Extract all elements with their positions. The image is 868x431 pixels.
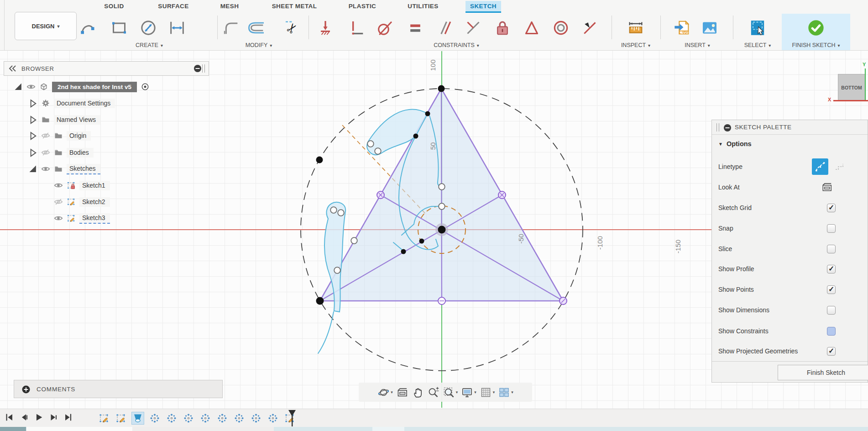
browser-row-root[interactable]: 2nd hex shade for Inst v5 [14, 79, 150, 94]
go-to-start-button[interactable] [5, 412, 15, 424]
disclosure-closed-icon[interactable] [28, 148, 37, 157]
finish-sketch-button[interactable] [804, 16, 828, 40]
browser-row-sketch3[interactable]: Sketch3 [54, 211, 110, 226]
timeline-position-marker[interactable] [288, 410, 297, 429]
show-profile-checkbox[interactable] [827, 265, 836, 273]
panel-drag-handle[interactable] [202, 64, 205, 73]
circle-tool-button[interactable] [136, 16, 160, 40]
workspace-selector-design[interactable]: DESIGN ▾ [15, 12, 77, 40]
perpendicular-constraint-button[interactable] [461, 16, 485, 40]
tab-solid[interactable]: SOLID [99, 1, 128, 12]
viewports-button[interactable]: ▾ [498, 386, 513, 399]
timeline-item-circular-pattern[interactable] [267, 412, 279, 424]
browser-row-bodies[interactable]: Bodies [28, 145, 94, 160]
tab-sketch[interactable]: SKETCH [465, 1, 501, 13]
horizontal-vertical-constraint-button[interactable] [345, 16, 369, 40]
tab-mesh[interactable]: MESH [216, 1, 244, 12]
show-constraints-checkbox[interactable] [827, 327, 836, 336]
measure-tool-button[interactable] [624, 16, 648, 40]
dimension-tool-button[interactable] [165, 16, 189, 40]
zoom-window-button[interactable]: ▾ [443, 386, 458, 399]
snap-checkbox[interactable] [827, 224, 836, 233]
browser-row-sketches[interactable]: Sketches [28, 162, 100, 176]
parallel-constraint-button[interactable] [434, 16, 457, 40]
browser-row-document-settings[interactable]: Document Settings [28, 96, 115, 110]
timeline-item-circular-pattern[interactable] [250, 412, 262, 424]
rectangle-tool-button[interactable] [107, 16, 131, 40]
tab-sheet-metal[interactable]: SHEET METAL [267, 1, 322, 12]
browser-row-origin[interactable]: Origin [28, 128, 91, 143]
collapse-panel-icon[interactable] [8, 64, 17, 73]
midpoint-constraint-button[interactable] [578, 16, 601, 40]
timeline-item-circular-pattern[interactable] [216, 412, 228, 424]
eye-icon[interactable] [41, 164, 50, 173]
eye-off-icon[interactable] [54, 197, 63, 206]
timeline-item-feature[interactable] [132, 412, 144, 424]
timeline-item-sketch[interactable] [98, 412, 110, 424]
center-point-selected[interactable] [435, 223, 448, 236]
insert-svg-button[interactable]: SVG [670, 16, 694, 40]
concentric-constraint-button[interactable] [549, 16, 573, 40]
show-dimensions-checkbox[interactable] [827, 306, 836, 315]
slice-checkbox[interactable] [827, 245, 836, 253]
remove-panel-icon[interactable] [723, 123, 731, 131]
add-comment-icon[interactable] [21, 385, 30, 394]
tab-utilities[interactable]: UTILITIES [403, 1, 443, 12]
activate-component-icon[interactable] [141, 82, 150, 91]
finish-sketch-dialog-button[interactable]: Finish Sketch [778, 365, 868, 380]
go-to-end-button[interactable] [63, 412, 73, 424]
eye-icon[interactable] [54, 214, 63, 223]
timeline-item-circular-pattern[interactable] [149, 412, 161, 424]
equal-constraint-button[interactable] [403, 16, 427, 40]
browser-row-sketch2[interactable]: Sketch2 [54, 194, 110, 209]
look-at-button[interactable] [396, 386, 408, 399]
eye-off-icon[interactable] [41, 148, 50, 157]
zoom-button[interactable] [427, 386, 439, 399]
disclosure-open-icon[interactable] [14, 82, 23, 91]
timeline-item-circular-pattern[interactable] [183, 412, 194, 424]
viewcube-face-bottom[interactable]: BOTTOM [838, 74, 865, 101]
step-back-button[interactable] [19, 412, 29, 424]
linetype-construction-button[interactable] [832, 159, 847, 174]
step-forward-button[interactable] [48, 412, 58, 424]
timeline-item-circular-pattern[interactable] [233, 412, 245, 424]
browser-row-named-views[interactable]: Named Views [28, 112, 100, 127]
disclosure-closed-icon[interactable] [28, 131, 37, 140]
tangent-constraint-button[interactable] [373, 16, 397, 40]
line-tool-button[interactable] [77, 16, 100, 40]
fillet-tool-button[interactable] [220, 16, 243, 40]
display-settings-button[interactable]: ▾ [461, 386, 476, 399]
tab-plastic[interactable]: PLASTIC [344, 1, 381, 12]
trim-tool-button[interactable]: ✂ [281, 16, 304, 40]
options-section-header[interactable]: ▼ Options [718, 140, 752, 147]
comments-bar[interactable]: COMMENTS [14, 380, 223, 398]
viewcube[interactable]: BOTTOM Y X [829, 59, 868, 105]
sketch-grid-checkbox[interactable] [827, 204, 836, 212]
show-projected-geometries-checkbox[interactable] [827, 347, 836, 356]
insert-image-button[interactable] [698, 16, 722, 40]
symmetry-constraint-button[interactable] [520, 16, 544, 40]
browser-header[interactable]: BROWSER [4, 61, 209, 76]
eye-off-icon[interactable] [41, 131, 50, 140]
select-tool-button[interactable] [746, 16, 769, 40]
sketch-palette-header[interactable]: SKETCH PALETTE [712, 120, 868, 135]
panel-drag-handle[interactable] [716, 123, 719, 131]
fix-unfix-constraint-button[interactable] [491, 16, 514, 40]
eye-icon[interactable] [26, 82, 36, 91]
timeline-item-sketch[interactable] [115, 412, 127, 424]
disclosure-closed-icon[interactable] [28, 99, 37, 108]
browser-row-sketch1[interactable]: Sketch1 [54, 178, 110, 193]
offset-tool-button[interactable] [245, 16, 269, 40]
play-button[interactable] [34, 412, 44, 424]
tab-surface[interactable]: SURFACE [153, 1, 193, 12]
orbit-button[interactable]: ▾ [377, 386, 393, 399]
coincident-constraint-button[interactable] [314, 16, 337, 40]
remove-panel-icon[interactable] [193, 64, 202, 73]
eye-icon[interactable] [54, 181, 63, 190]
linetype-spline-button[interactable] [812, 158, 828, 175]
disclosure-open-icon[interactable] [28, 164, 37, 173]
grid-settings-button[interactable]: ▾ [480, 386, 495, 399]
document-root-label[interactable]: 2nd hex shade for Inst v5 [52, 82, 137, 92]
timeline-item-circular-pattern[interactable] [166, 412, 178, 424]
look-at-button[interactable] [819, 180, 835, 194]
